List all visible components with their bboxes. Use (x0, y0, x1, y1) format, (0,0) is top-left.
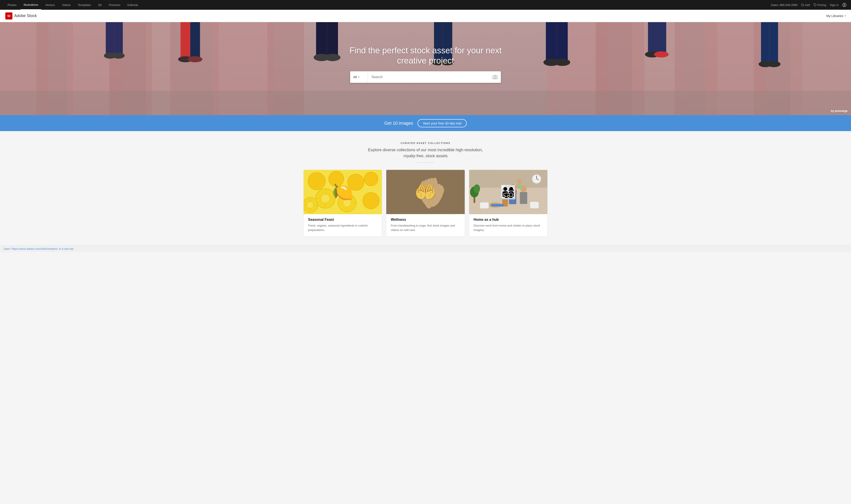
search-bar: All ▾ (350, 71, 501, 83)
status-url-text: Open "https://stock.adobe.com/uk/illustr… (3, 247, 73, 250)
svg-point-94 (363, 193, 379, 209)
brand-logo[interactable]: St Adobe Stock (5, 13, 37, 19)
svg-point-84 (347, 174, 364, 191)
svg-line-100 (422, 181, 424, 190)
collections-description: Explore diverse collections of our most … (5, 147, 846, 159)
nav-illustrations[interactable]: Illustrations (20, 0, 41, 10)
nav-premium[interactable]: Premium (106, 0, 123, 10)
lemon-illustration (303, 170, 382, 214)
svg-rect-46 (316, 22, 327, 57)
nav-videos[interactable]: Videos (59, 0, 74, 10)
svg-rect-99 (386, 170, 465, 214)
collection-card-lemons[interactable]: Seasonal Feast Fresh, organic, seasonal … (303, 170, 382, 236)
svg-rect-23 (0, 91, 851, 115)
card-body-lemons: Seasonal Feast Fresh, organic, seasonal … (303, 214, 382, 236)
collection-card-wellness[interactable]: Wellness From handwashing to yoga, find … (386, 170, 465, 236)
chevron-down-icon: ▾ (845, 15, 846, 17)
svg-point-71 (654, 51, 668, 57)
card-subtitle-home: Discover work-from-home and shelter-in-p… (474, 223, 543, 232)
sales-phone: Sales: 888-649-2990 (771, 3, 798, 7)
svg-line-101 (426, 180, 427, 190)
svg-point-89 (321, 194, 330, 203)
svg-point-80 (494, 76, 496, 78)
card-body-home: Home as a hub Discover work-from-home an… (469, 214, 548, 236)
category-chevron-icon: ▾ (358, 76, 359, 78)
svg-rect-62 (557, 22, 568, 62)
svg-rect-68 (648, 22, 657, 54)
user-circle-icon (842, 3, 847, 7)
nav-3d[interactable]: 3D (95, 0, 105, 10)
brand-name: Adobe Stock (14, 14, 37, 18)
svg-point-32 (112, 53, 124, 58)
nav-photos[interactable]: Photos (4, 0, 19, 10)
card-title-wellness: Wellness (391, 218, 460, 222)
promo-text: Get 10 images (384, 121, 413, 126)
status-bar: Open "https://stock.adobe.com/uk/illustr… (0, 245, 851, 252)
tag-icon (814, 3, 817, 6)
visual-search-button[interactable] (489, 71, 501, 83)
search-input[interactable] (368, 75, 489, 79)
svg-rect-37 (180, 22, 190, 59)
svg-point-111 (520, 185, 526, 192)
svg-point-108 (473, 184, 480, 193)
collection-image-home (469, 170, 548, 214)
wellness-illustration (386, 170, 465, 214)
hero-section: Find the perfect stock asset for your ne… (0, 22, 851, 115)
hero-content: Find the perfect stock asset for your ne… (337, 46, 514, 83)
svg-point-83 (329, 172, 344, 187)
search-category-dropdown[interactable]: All ▾ (350, 71, 368, 83)
nav-templates[interactable]: Templates (75, 0, 94, 10)
svg-rect-69 (657, 22, 666, 54)
card-body-wellness: Wellness From handwashing to yoga, find … (386, 214, 465, 236)
nav-vectors[interactable]: Vectors (42, 0, 58, 10)
hero-title: Find the perfect stock asset for your ne… (337, 46, 514, 66)
collection-image-wellness (386, 170, 465, 214)
svg-rect-118 (491, 204, 504, 206)
svg-point-98 (307, 202, 313, 208)
svg-rect-119 (480, 202, 489, 209)
nav-left: Photos Illustrations Vectors Videos Temp… (4, 0, 141, 10)
pricing-link[interactable]: Pricing (814, 3, 827, 7)
promo-banner: Get 10 images Start your free 30-day tri… (0, 115, 851, 131)
account-icon[interactable] (842, 3, 847, 7)
svg-rect-120 (530, 202, 539, 208)
top-nav: Photos Illustrations Vectors Videos Temp… (0, 0, 851, 10)
card-title-lemons: Seasonal Feast (308, 218, 377, 222)
svg-rect-76 (761, 22, 769, 64)
collections-section: CURATED ASSET COLLECTIONS Explore divers… (0, 131, 851, 245)
svg-point-85 (364, 172, 378, 186)
svg-point-64 (554, 59, 570, 66)
brand-bar: St Adobe Stock My Libraries ▾ (0, 10, 851, 22)
svg-point-40 (188, 56, 203, 62)
category-label: All (353, 75, 357, 79)
my-libraries-button[interactable]: My Libraries ▾ (827, 14, 846, 18)
adobe-logo-icon: St (5, 13, 13, 19)
nav-right: Sales: 888-649-2990 Sell Pricing Sign in (771, 3, 847, 7)
svg-rect-29 (106, 22, 114, 54)
card-subtitle-lemons: Fresh, organic, seasonal ingredients in … (308, 223, 377, 232)
cloud-icon (801, 3, 804, 6)
svg-rect-47 (327, 22, 338, 57)
svg-point-82 (308, 173, 326, 190)
sell-link[interactable]: Sell (801, 3, 810, 7)
svg-rect-30 (114, 22, 123, 54)
svg-point-109 (509, 186, 516, 193)
svg-rect-38 (190, 22, 200, 59)
svg-rect-77 (769, 22, 778, 64)
collections-label: CURATED ASSET COLLECTIONS (5, 142, 846, 144)
collection-card-home[interactable]: Home as a hub Discover work-from-home an… (469, 170, 548, 236)
sign-in-link[interactable]: Sign in (830, 3, 838, 7)
svg-rect-105 (469, 187, 548, 214)
trial-button[interactable]: Start your free 30-day trial (418, 119, 467, 127)
collections-header: CURATED ASSET COLLECTIONS Explore divers… (5, 142, 846, 163)
svg-rect-61 (546, 22, 557, 62)
svg-point-79 (767, 61, 780, 67)
card-subtitle-wellness: From handwashing to yoga, find stock ima… (391, 223, 460, 232)
camera-icon (493, 75, 498, 79)
svg-point-93 (343, 199, 351, 206)
nav-editorial[interactable]: Editorial (124, 0, 141, 10)
svg-point-113 (502, 193, 508, 198)
collections-grid: Seasonal Feast Fresh, organic, seasonal … (303, 170, 548, 236)
hero-credit: by petovarga (831, 109, 848, 112)
collection-image-lemons (303, 170, 382, 214)
